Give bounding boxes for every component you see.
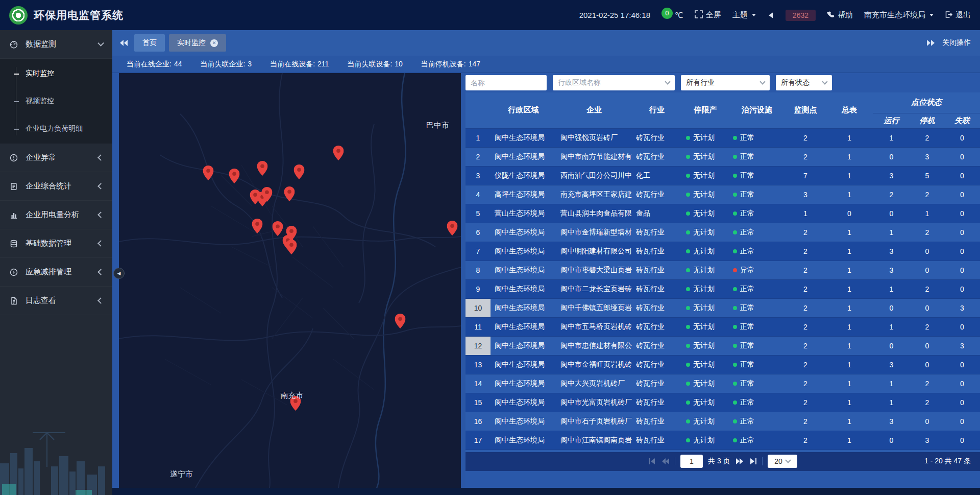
fullscreen-button[interactable]: 全屏: [695, 10, 721, 20]
row-index-cell: 17: [465, 431, 491, 450]
green-dot-icon: [686, 211, 690, 216]
table-row[interactable]: 1阆中生态环境局阆中强锐页岩砖厂砖瓦行业无计划正常21120: [465, 129, 980, 148]
row-region-cell: 阆中生态环境局: [491, 129, 556, 148]
notice-count-badge[interactable]: 2632: [786, 10, 816, 21]
table-row[interactable]: 5营山生态环境局营山县润丰肉食品有限食品无计划正常10010: [465, 204, 980, 223]
sidebar-item-video-monitor[interactable]: 视频监控: [0, 87, 112, 115]
table-row[interactable]: 2阆中生态环境局阆中市南方节能建材有砖瓦行业无计划正常21030: [465, 148, 980, 167]
scroll-tabs-right-button[interactable]: [926, 39, 935, 46]
map-pin[interactable]: [286, 240, 297, 256]
row-industry-cell: 砖瓦行业: [632, 129, 682, 148]
close-tab-icon[interactable]: ✕: [210, 39, 218, 47]
table-row[interactable]: 3仪陇生态环境局西南油气田分公司川中化工无计划正常71350: [465, 167, 980, 185]
green-dot-icon: [686, 438, 690, 442]
green-dot-icon: [733, 136, 737, 140]
sidebar-group-enterprise-abnormal[interactable]: 企业异常: [0, 144, 112, 172]
status-value: 211: [317, 60, 329, 69]
divider: [762, 457, 763, 465]
collapse-map-button[interactable]: ◀: [113, 268, 125, 279]
tab-home[interactable]: 首页: [134, 34, 165, 52]
map-pin[interactable]: [203, 166, 213, 182]
map-pin[interactable]: [252, 219, 262, 235]
row-monitor-cell: 2: [785, 223, 826, 242]
page-size-value: 20: [774, 457, 782, 465]
table-row[interactable]: 12阆中生态环境局阆中市忠信建材有限公砖瓦行业无计划正常21003: [465, 337, 980, 356]
col-industry: 行业: [632, 92, 682, 128]
row-region-cell: 阆中生态环境局: [491, 242, 556, 261]
map-panel[interactable]: 巴中市南充市遂宁市 ◀: [119, 73, 461, 488]
table-row[interactable]: 8阆中生态环境局阆中市枣碧大梁山页岩砖瓦行业无计划异常21300: [465, 261, 980, 280]
sidebar-group-enterprise-statistics[interactable]: 企业综合统计: [0, 172, 112, 201]
row-limit-cell: 无计划: [682, 356, 729, 374]
sidebar-group-power-usage-analysis[interactable]: 企业用电量分析: [0, 201, 112, 229]
sidebar-item-realtime-monitor[interactable]: 实时监控: [0, 60, 112, 87]
scroll-tabs-left-button[interactable]: [119, 39, 128, 46]
industry-filter-select[interactable]: 所有行业: [681, 75, 770, 90]
table-row[interactable]: 13阆中生态环境局阆中市金福旺页岩机砖砖瓦行业无计划正常21300: [465, 356, 980, 374]
help-button[interactable]: 帮助: [827, 10, 853, 20]
status-text: 无计划: [693, 322, 715, 331]
sidebar-group-data-monitoring[interactable]: 数据监测: [0, 30, 112, 59]
map-pin[interactable]: [257, 161, 268, 178]
row-region-cell: 阆中生态环境局: [491, 337, 556, 356]
map-pin[interactable]: [284, 186, 295, 203]
sidebar-group-emergency-reduction[interactable]: 应急减排管理: [0, 258, 112, 287]
row-stopped-cell: 3: [910, 431, 944, 450]
region-filter-select[interactable]: 行政区域名称: [553, 75, 675, 90]
map-pin[interactable]: [395, 314, 406, 331]
theme-dropdown[interactable]: 主题: [732, 10, 756, 20]
table-row[interactable]: 6阆中生态环境局阆中市金博瑞新型墙材砖瓦行业无计划正常21120: [465, 223, 980, 242]
first-page-button[interactable]: [648, 458, 656, 465]
last-page-button[interactable]: [749, 458, 757, 465]
row-meter-cell: 1: [826, 185, 873, 204]
tab-realtime-monitor[interactable]: 实时监控✕: [169, 34, 226, 52]
map-pin[interactable]: [333, 146, 344, 162]
table-row[interactable]: 16阆中生态环境局阆中市石子页岩机砖厂砖瓦行业无计划正常21300: [465, 412, 980, 431]
org-dropdown[interactable]: 南充市生态环境局: [864, 10, 934, 20]
row-stopped-cell: 5: [910, 167, 944, 185]
prev-page-button[interactable]: [662, 458, 670, 465]
next-page-button[interactable]: [736, 458, 744, 465]
close-operations-dropdown[interactable]: 关闭操作: [942, 38, 971, 48]
table-row[interactable]: 17阆中生态环境局阆中市江南镇阆南页岩砖瓦行业无计划正常21030: [465, 431, 980, 450]
table-row[interactable]: 11阆中生态环境局阆中市五马桥页岩机砖砖瓦行业无计划正常21120: [465, 318, 980, 337]
help-label: 帮助: [838, 10, 853, 20]
temperature-unit: ℃: [675, 11, 683, 20]
name-filter-input[interactable]: [465, 75, 547, 90]
col-index: [465, 92, 491, 128]
row-monitor-cell: 7: [785, 167, 826, 185]
map-pin[interactable]: [262, 187, 273, 204]
table-row[interactable]: 9阆中生态环境局阆中市二龙长宝页岩砖砖瓦行业无计划正常21120: [465, 280, 980, 299]
map-pin[interactable]: [272, 221, 283, 238]
enterprise-table: 1阆中生态环境局阆中强锐页岩砖厂砖瓦行业无计划正常211202阆中生态环境局阆中…: [465, 129, 980, 452]
map-pin[interactable]: [447, 221, 457, 238]
announcement-icon[interactable]: [767, 12, 774, 19]
map-pin[interactable]: [294, 164, 305, 181]
sidebar-group-base-data-management[interactable]: 基础数据管理: [0, 229, 112, 258]
table-row[interactable]: 7阆中生态环境局阆中明阳建材有限公司砖瓦行业无计划正常21300: [465, 242, 980, 261]
status-value: 3: [248, 60, 252, 69]
row-limit-cell: 无计划: [682, 299, 729, 318]
row-monitor-cell: 2: [785, 148, 826, 167]
col-running: 运行: [873, 113, 910, 128]
map-pin[interactable]: [229, 169, 240, 185]
sidebar-group-label: 日志查看: [26, 296, 92, 305]
status-text: 无计划: [693, 341, 715, 349]
sidebar-group-log-view[interactable]: 日志查看: [0, 287, 112, 315]
row-stopped-cell: 2: [910, 185, 944, 204]
page-number-input[interactable]: [680, 455, 703, 468]
app-title: 环保用电监管系统: [34, 8, 124, 22]
status-filter-select[interactable]: 所有状态: [776, 75, 832, 90]
filter-bar: 行政区域名称 所有行业 所有状态: [465, 73, 980, 92]
green-dot-icon: [686, 155, 690, 159]
sidebar-item-power-load-detail[interactable]: 企业电力负荷明细: [0, 115, 112, 143]
table-row[interactable]: 14阆中生态环境局阆中大兴页岩机砖厂砖瓦行业无计划正常21120: [465, 374, 980, 393]
table-row[interactable]: 15阆中生态环境局阆中市光富页岩机砖厂砖瓦行业无计划正常21120: [465, 393, 980, 412]
table-row[interactable]: 4高坪生态环境局南充市高坪区王家店建砖瓦行业无计划正常31220: [465, 185, 980, 204]
status-text: 无计划: [693, 133, 715, 142]
col-total-meter: 总表: [826, 92, 873, 128]
tabs-container: 首页实时监控✕: [134, 34, 226, 52]
logout-button[interactable]: 退出: [945, 10, 971, 20]
table-row[interactable]: 10阆中生态环境局阆中千佛镇五郎垭页岩砖瓦行业无计划正常21003: [465, 299, 980, 318]
page-size-select[interactable]: 20: [768, 455, 797, 468]
